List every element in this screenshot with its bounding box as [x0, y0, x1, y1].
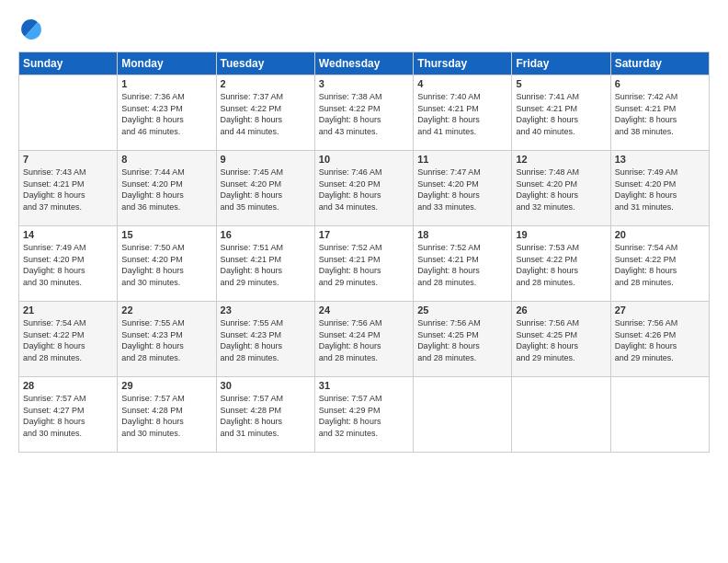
calendar-cell: 10Sunrise: 7:46 AMSunset: 4:20 PMDayligh…: [314, 151, 413, 226]
calendar-cell: 24Sunrise: 7:56 AMSunset: 4:24 PMDayligh…: [314, 302, 413, 377]
calendar-cell: 30Sunrise: 7:57 AMSunset: 4:28 PMDayligh…: [216, 377, 314, 453]
calendar-cell: 1Sunrise: 7:36 AMSunset: 4:23 PMDaylight…: [118, 75, 216, 151]
day-info: Sunrise: 7:57 AMSunset: 4:29 PMDaylight:…: [319, 393, 409, 439]
calendar-cell: 14Sunrise: 7:49 AMSunset: 4:20 PMDayligh…: [19, 226, 118, 302]
day-number: 13: [615, 154, 705, 165]
day-info: Sunrise: 7:43 AMSunset: 4:21 PMDaylight:…: [23, 167, 113, 213]
day-number: 25: [417, 304, 507, 316]
calendar-week-row: 7Sunrise: 7:43 AMSunset: 4:21 PMDaylight…: [19, 151, 710, 226]
day-info: Sunrise: 7:55 AMSunset: 4:23 PMDaylight:…: [221, 317, 311, 363]
day-info: Sunrise: 7:56 AMSunset: 4:25 PMDaylight:…: [516, 317, 606, 363]
day-number: 31: [319, 380, 409, 391]
day-number: 15: [121, 229, 211, 240]
calendar-header-wednesday: Wednesday: [314, 52, 413, 75]
day-info: Sunrise: 7:40 AMSunset: 4:21 PMDaylight:…: [417, 91, 507, 137]
day-number: 22: [121, 304, 211, 316]
day-info: Sunrise: 7:52 AMSunset: 4:21 PMDaylight:…: [319, 242, 409, 288]
day-number: 5: [516, 78, 606, 89]
day-info: Sunrise: 7:52 AMSunset: 4:21 PMDaylight:…: [417, 242, 507, 288]
calendar-cell: 17Sunrise: 7:52 AMSunset: 4:21 PMDayligh…: [314, 226, 413, 302]
day-info: Sunrise: 7:44 AMSunset: 4:20 PMDaylight:…: [121, 167, 211, 213]
day-info: Sunrise: 7:46 AMSunset: 4:20 PMDaylight:…: [319, 167, 409, 213]
day-info: Sunrise: 7:56 AMSunset: 4:26 PMDaylight:…: [615, 317, 705, 363]
logo-icon: [18, 17, 44, 42]
day-info: Sunrise: 7:54 AMSunset: 4:22 PMDaylight:…: [23, 317, 113, 363]
day-number: 10: [319, 154, 409, 165]
day-info: Sunrise: 7:56 AMSunset: 4:24 PMDaylight:…: [319, 317, 409, 363]
day-number: 26: [516, 304, 606, 316]
day-info: Sunrise: 7:42 AMSunset: 4:21 PMDaylight:…: [615, 91, 705, 137]
day-info: Sunrise: 7:57 AMSunset: 4:28 PMDaylight:…: [221, 393, 311, 439]
day-number: 23: [221, 304, 311, 316]
day-info: Sunrise: 7:57 AMSunset: 4:27 PMDaylight:…: [23, 393, 113, 439]
day-info: Sunrise: 7:49 AMSunset: 4:20 PMDaylight:…: [23, 242, 113, 288]
day-number: 11: [417, 154, 507, 165]
day-number: 19: [516, 229, 606, 240]
calendar-cell: 9Sunrise: 7:45 AMSunset: 4:20 PMDaylight…: [216, 151, 314, 226]
day-number: 1: [121, 78, 211, 89]
day-info: Sunrise: 7:36 AMSunset: 4:23 PMDaylight:…: [121, 91, 211, 137]
calendar-cell: 8Sunrise: 7:44 AMSunset: 4:20 PMDaylight…: [118, 151, 216, 226]
day-number: 8: [121, 154, 211, 165]
calendar-header-sunday: Sunday: [19, 52, 118, 75]
calendar-cell: 13Sunrise: 7:49 AMSunset: 4:20 PMDayligh…: [610, 151, 709, 226]
day-number: 24: [319, 304, 409, 316]
calendar-cell: 29Sunrise: 7:57 AMSunset: 4:28 PMDayligh…: [118, 377, 216, 453]
page: SundayMondayTuesdayWednesdayThursdayFrid…: [0, 0, 728, 563]
day-number: 12: [516, 154, 606, 165]
day-info: Sunrise: 7:49 AMSunset: 4:20 PMDaylight:…: [615, 167, 705, 213]
calendar-header-saturday: Saturday: [610, 52, 709, 75]
day-info: Sunrise: 7:38 AMSunset: 4:22 PMDaylight:…: [319, 91, 409, 137]
day-number: 20: [615, 229, 705, 240]
calendar-week-row: 1Sunrise: 7:36 AMSunset: 4:23 PMDaylight…: [19, 75, 710, 151]
day-number: 4: [417, 78, 507, 89]
day-number: 21: [23, 304, 113, 316]
calendar-cell: 2Sunrise: 7:37 AMSunset: 4:22 PMDaylight…: [216, 75, 314, 151]
calendar-cell: [19, 75, 118, 151]
day-number: 14: [23, 229, 113, 240]
calendar-cell: 15Sunrise: 7:50 AMSunset: 4:20 PMDayligh…: [118, 226, 216, 302]
calendar-cell: 12Sunrise: 7:48 AMSunset: 4:20 PMDayligh…: [512, 151, 610, 226]
day-info: Sunrise: 7:55 AMSunset: 4:23 PMDaylight:…: [121, 317, 211, 363]
day-info: Sunrise: 7:45 AMSunset: 4:20 PMDaylight:…: [221, 167, 311, 213]
day-info: Sunrise: 7:54 AMSunset: 4:22 PMDaylight:…: [615, 242, 705, 288]
day-number: 30: [221, 380, 311, 391]
calendar-cell: 3Sunrise: 7:38 AMSunset: 4:22 PMDaylight…: [314, 75, 413, 151]
day-info: Sunrise: 7:41 AMSunset: 4:21 PMDaylight:…: [516, 91, 606, 137]
day-info: Sunrise: 7:48 AMSunset: 4:20 PMDaylight:…: [516, 167, 606, 213]
header: [18, 17, 710, 42]
day-info: Sunrise: 7:57 AMSunset: 4:28 PMDaylight:…: [121, 393, 211, 439]
day-number: 18: [417, 229, 507, 240]
calendar-cell: 20Sunrise: 7:54 AMSunset: 4:22 PMDayligh…: [610, 226, 709, 302]
calendar-cell: 11Sunrise: 7:47 AMSunset: 4:20 PMDayligh…: [414, 151, 512, 226]
calendar-cell: 28Sunrise: 7:57 AMSunset: 4:27 PMDayligh…: [19, 377, 118, 453]
calendar-week-row: 21Sunrise: 7:54 AMSunset: 4:22 PMDayligh…: [19, 302, 710, 377]
calendar-cell: 18Sunrise: 7:52 AMSunset: 4:21 PMDayligh…: [414, 226, 512, 302]
calendar-cell: 5Sunrise: 7:41 AMSunset: 4:21 PMDaylight…: [512, 75, 610, 151]
day-number: 28: [23, 380, 113, 391]
calendar-cell: 23Sunrise: 7:55 AMSunset: 4:23 PMDayligh…: [216, 302, 314, 377]
calendar-cell: [512, 377, 610, 453]
calendar-cell: 21Sunrise: 7:54 AMSunset: 4:22 PMDayligh…: [19, 302, 118, 377]
calendar-cell: 19Sunrise: 7:53 AMSunset: 4:22 PMDayligh…: [512, 226, 610, 302]
calendar-cell: 4Sunrise: 7:40 AMSunset: 4:21 PMDaylight…: [414, 75, 512, 151]
day-number: 17: [319, 229, 409, 240]
day-info: Sunrise: 7:37 AMSunset: 4:22 PMDaylight:…: [221, 91, 311, 137]
day-number: 27: [615, 304, 705, 316]
day-info: Sunrise: 7:56 AMSunset: 4:25 PMDaylight:…: [417, 317, 507, 363]
calendar-header-thursday: Thursday: [414, 52, 512, 75]
day-number: 2: [221, 78, 311, 89]
calendar-cell: 6Sunrise: 7:42 AMSunset: 4:21 PMDaylight…: [610, 75, 709, 151]
day-info: Sunrise: 7:47 AMSunset: 4:20 PMDaylight:…: [417, 167, 507, 213]
calendar-header-monday: Monday: [118, 52, 216, 75]
day-info: Sunrise: 7:53 AMSunset: 4:22 PMDaylight:…: [516, 242, 606, 288]
day-info: Sunrise: 7:51 AMSunset: 4:21 PMDaylight:…: [221, 242, 311, 288]
calendar-cell: 16Sunrise: 7:51 AMSunset: 4:21 PMDayligh…: [216, 226, 314, 302]
calendar-cell: 22Sunrise: 7:55 AMSunset: 4:23 PMDayligh…: [118, 302, 216, 377]
calendar-cell: [610, 377, 709, 453]
calendar-week-row: 14Sunrise: 7:49 AMSunset: 4:20 PMDayligh…: [19, 226, 710, 302]
calendar-cell: 25Sunrise: 7:56 AMSunset: 4:25 PMDayligh…: [414, 302, 512, 377]
calendar-table: SundayMondayTuesdayWednesdayThursdayFrid…: [18, 52, 710, 453]
calendar-header-friday: Friday: [512, 52, 610, 75]
day-number: 7: [23, 154, 113, 165]
